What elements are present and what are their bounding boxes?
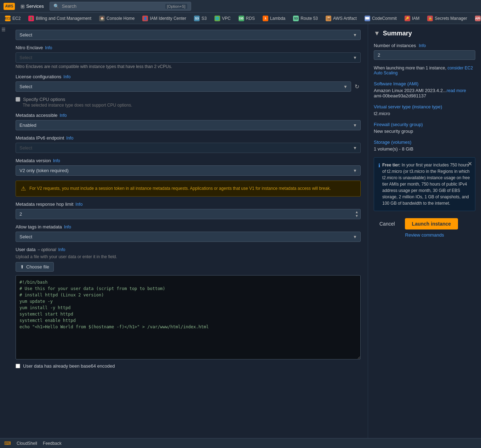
base64-checkbox[interactable] (16, 364, 20, 368)
content-area: Select ▼ Nitro Enclave Info Select ▼ Nit… (8, 24, 368, 438)
license-config-label: License configurations (16, 74, 61, 79)
menu-icon: ☰ (1, 27, 6, 32)
top-select-input[interactable]: Select (16, 30, 361, 40)
allow-tags-info-link[interactable]: Info (64, 225, 71, 229)
services-label: Services (26, 4, 44, 9)
specify-cpu-label: Specify CPU options (23, 97, 65, 102)
sidebar-item-ec2[interactable]: EC2 EC2 (1, 14, 24, 23)
nitro-enclave-info-link[interactable]: Info (45, 45, 52, 50)
hop-limit-up-arrow[interactable]: ▲ (354, 210, 359, 214)
firewall-value: New security group (374, 129, 475, 134)
firewall-label[interactable]: Firewall (security group) (374, 122, 475, 127)
metadata-version-select[interactable]: V2 only (token required) V1 and V2 (16, 165, 361, 176)
ami-label[interactable]: Software Image (AMI) (374, 81, 475, 86)
iam-label: IAM (412, 16, 419, 21)
sidebar-item-billing[interactable]: 💲 Billing and Cost Management (25, 14, 95, 23)
sidebar-item-codecommit[interactable]: ⌨ CodeCommit (361, 14, 400, 23)
rds-icon: DB (239, 16, 244, 21)
sidebar-item-lambda[interactable]: λ Lambda (259, 14, 289, 23)
sidebar-item-console-home[interactable]: 🏠 Console Home (96, 14, 138, 23)
hop-limit-spinner-arrows: ▲ ▼ (354, 209, 359, 219)
rds-label: RDS (246, 16, 255, 21)
codecommit-icon: ⌨ (365, 16, 370, 21)
num-instances-label: Number of instances (374, 43, 416, 48)
free-tier-box: ✕ ℹ Free tier: In your first year includ… (374, 157, 475, 211)
free-tier-close-button[interactable]: ✕ (468, 160, 472, 167)
artifact-label: AWS Artifact (333, 16, 357, 21)
metadata-version-info-link[interactable]: Info (53, 158, 60, 163)
billing-label: Billing and Cost Management (36, 16, 91, 21)
metadata-ipv6-info-link[interactable]: Info (66, 136, 73, 141)
ami-read-more-link[interactable]: read more (447, 88, 466, 93)
specify-cpu-checkbox[interactable] (16, 97, 20, 102)
license-config-info-link[interactable]: Info (63, 74, 70, 79)
specify-cpu-field: Specify CPU options The selected instanc… (16, 97, 361, 108)
sidebar-item-api-gateway[interactable]: API API Gateway (471, 14, 481, 23)
metadata-ipv6-field: Metadata IPv6 endpoint Info Select ▼ (16, 135, 361, 153)
summary-title-text: Summary (383, 30, 412, 37)
license-config-refresh-button[interactable]: ↻ (353, 82, 361, 91)
metadata-hop-limit-field: Metadata response hop limit Info ▲ ▼ (16, 202, 361, 219)
service-tabs-bar: EC2 EC2 💲 Billing and Cost Management 🏠 … (0, 13, 481, 24)
sidebar-item-vpc[interactable]: 🌐 VPC (211, 14, 234, 23)
collapse-icon[interactable]: ▼ (374, 30, 380, 37)
allow-tags-field: Allow tags in metadata Info Select ▼ (16, 224, 361, 242)
s3-icon: S3 (194, 16, 200, 21)
sidebar-item-iam[interactable]: 🔑 IAM (401, 14, 423, 23)
cloudshell-icon: ⌨ (4, 441, 11, 446)
ec2-icon: EC2 (5, 16, 11, 21)
codecommit-label: CodeCommit (372, 16, 397, 21)
metadata-hop-limit-input[interactable] (16, 209, 361, 219)
search-bar[interactable]: 🔍 Search [Option+S] (50, 2, 191, 11)
lambda-icon: λ (263, 16, 268, 21)
user-data-textarea[interactable]: #!/bin/bash # Use this for your user dat… (16, 275, 361, 359)
lambda-label: Lambda (270, 16, 285, 21)
allow-tags-select[interactable]: Select (16, 232, 361, 242)
review-commands-link[interactable]: Review commands (374, 232, 475, 238)
sidebar-item-s3[interactable]: S3 S3 (190, 14, 210, 23)
billing-icon: 💲 (28, 16, 34, 21)
top-select-field: Select ▼ (16, 30, 361, 40)
bottom-bar: ⌨ CloudShell Feedback (0, 438, 481, 448)
instance-type-field: Virtual server type (instance type) t2.m… (374, 104, 475, 116)
sidebar-item-rds[interactable]: DB RDS (235, 14, 258, 23)
cancel-button[interactable]: Cancel (374, 218, 401, 229)
sidebar-item-artifact[interactable]: 📦 AWS Artifact (322, 14, 360, 23)
nitro-enclave-field: Nitro Enclave Info Select ▼ Nitro Enclav… (16, 45, 361, 69)
services-button[interactable]: ⊞ Services (18, 2, 47, 11)
num-instances-info-link[interactable]: Info (419, 43, 426, 48)
metadata-accessible-select[interactable]: Enabled Disabled (16, 120, 361, 130)
launch-instance-button[interactable]: Launch instance (405, 218, 458, 229)
metadata-hop-limit-info-link[interactable]: Info (75, 202, 82, 207)
feedback-link[interactable]: Feedback (43, 441, 62, 446)
metadata-ipv6-label: Metadata IPv6 endpoint (16, 135, 64, 141)
hop-limit-down-arrow[interactable]: ▼ (354, 214, 359, 218)
vpc-label: VPC (222, 16, 231, 21)
search-placeholder: Search (62, 4, 76, 9)
sidebar-item-iam-identity[interactable]: 👤 IAM Identity Center (139, 14, 190, 23)
instance-type-label[interactable]: Virtual server type (instance type) (374, 104, 475, 109)
nitro-enclave-hint: Nitro Enclaves are not compatible with i… (16, 64, 361, 69)
allow-tags-label: Allow tags in metadata (16, 224, 62, 229)
free-tier-text: Free tier: In your first year includes 7… (382, 162, 471, 206)
metadata-accessible-info-link[interactable]: Info (60, 113, 67, 118)
api-gw-icon: API (475, 16, 481, 21)
choose-file-button[interactable]: ⬆ Choose file (16, 262, 54, 272)
storage-label[interactable]: Storage (volumes) (374, 140, 475, 145)
sidebar-toggle-button[interactable]: ☰ (0, 24, 8, 438)
nitro-enclave-select[interactable]: Select (16, 52, 361, 63)
metadata-version-field: Metadata version Info V2 only (token req… (16, 158, 361, 176)
user-data-info-link[interactable]: Info (58, 247, 65, 252)
top-nav: AWS ⊞ Services 🔍 Search [Option+S] (0, 0, 481, 13)
metadata-accessible-label: Metadata accessible (16, 113, 58, 118)
num-instances-input[interactable] (374, 50, 475, 60)
license-config-select[interactable]: Select (16, 81, 351, 92)
license-config-field: License configurations Info Select ▼ ↻ (16, 74, 361, 92)
metadata-ipv6-select[interactable]: Select (16, 143, 361, 153)
metadata-hop-limit-label: Metadata response hop limit (16, 202, 73, 207)
upload-icon: ⬆ (20, 264, 24, 270)
sidebar-item-secrets[interactable]: 🔒 Secrets Manager (424, 14, 470, 23)
console-home-label: Console Home (107, 16, 134, 21)
cloudshell-link[interactable]: CloudShell (17, 441, 37, 446)
sidebar-item-route53[interactable]: 53 Route 53 (290, 14, 321, 23)
